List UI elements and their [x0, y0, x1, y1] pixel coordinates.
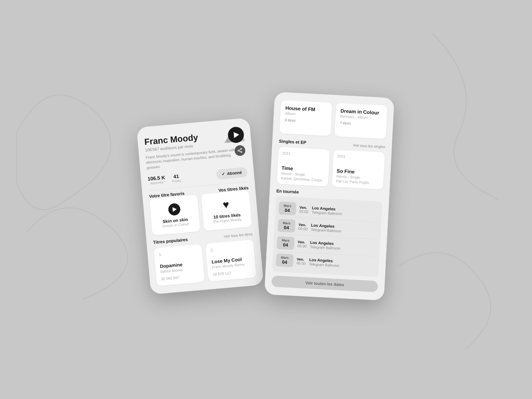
- share-icon: [237, 148, 243, 153]
- tracks-label: Pistes: [172, 179, 181, 183]
- tour-venue-col-2: Los Angeles Telegram Ballroom: [311, 223, 378, 235]
- tour-day-2: 04: [281, 225, 292, 231]
- single-year-2: 2021: [337, 154, 381, 160]
- left-phone: Franc Moody 106'567 auditeurs par mois F…: [136, 118, 264, 295]
- tour-month-1: Mars: [282, 204, 293, 208]
- card-play-button[interactable]: [168, 203, 181, 216]
- track-number-2: 2.: [210, 245, 249, 253]
- single-year-1: 2021: [282, 151, 326, 157]
- tour-month-3: Mars: [280, 238, 291, 243]
- tour-time-col-1: Ven. 05:00: [299, 205, 309, 213]
- tour-day-4: 04: [279, 259, 290, 265]
- album-tracks-1: 8 titres: [285, 118, 327, 124]
- heart-icon: ♥: [222, 198, 230, 211]
- tour-day-1: 04: [282, 207, 293, 213]
- followers-label: Abonnés: [150, 180, 163, 185]
- tour-time-col-3: Ven. 05:00: [297, 240, 307, 248]
- track-card-2[interactable]: 2. Lose My Cool Franc Moody Remix 18 829…: [205, 239, 256, 281]
- album-card-2[interactable]: Dream in Colour Remixes - Album 7 titres: [334, 103, 387, 139]
- voir-dates-button[interactable]: Voir toutes les dates: [271, 275, 378, 292]
- stat-tracks: 41 Pistes: [172, 173, 182, 183]
- tour-time-col-2: Ven. 05:00: [298, 222, 308, 231]
- liked-tracks-card[interactable]: ♥ 10 titres likés Par Franc Moody: [201, 190, 252, 231]
- tour-time-3: 05:00: [297, 244, 307, 248]
- svg-line-6: [239, 151, 241, 152]
- favorite-track-card[interactable]: Skin on skin Dream in Colour: [149, 195, 200, 235]
- tour-time-col-4: Ven. 05:00: [297, 257, 306, 265]
- tour-date-box-4: Mars 04: [276, 253, 294, 267]
- subscribe-label: Abonné: [227, 170, 242, 176]
- tour-time-4: 05:00: [297, 261, 306, 265]
- artist-header: Franc Moody 106'567 auditeurs par mois F…: [144, 126, 246, 171]
- track-card-1[interactable]: 1. Dopamine Dance Moves 30 092 687: [154, 244, 204, 286]
- right-phone: House of FM Album 8 titres Dream in Colo…: [264, 92, 394, 301]
- tracks-value: 41: [173, 173, 179, 179]
- voir-singles-link[interactable]: Voir tous les singles: [353, 143, 385, 149]
- tour-month-4: Mars: [279, 255, 290, 260]
- album-card-1[interactable]: House of FM Album 8 titres: [279, 100, 332, 136]
- tour-date-box-3: Mars 04: [277, 236, 295, 250]
- tour-events-container: Mars 04 Ven. 05:00 Los Angeles Telegram …: [272, 196, 382, 277]
- single-card-1[interactable]: 2021 Time Remix - Single Kartell, Qendre…: [277, 147, 330, 187]
- track-plays-1: 30 092 687: [161, 274, 200, 281]
- play-icon: [233, 132, 239, 138]
- card-play-icon: [173, 207, 177, 212]
- tour-venue-col-3: Los Angeles Telegram Ballroom: [310, 240, 377, 252]
- popular-section-title: Titres populaires: [153, 237, 188, 245]
- subscribe-button[interactable]: ✓ Abonné: [216, 167, 248, 180]
- svg-line-7: [239, 149, 241, 150]
- single-card-2[interactable]: 2021 So Fine Remix - Single Pat Loi, Par…: [332, 150, 385, 190]
- tour-day-3: 04: [280, 242, 291, 248]
- stat-followers: 106.5 K Abonnés: [147, 175, 166, 185]
- voir-tous-link[interactable]: Voir tous les titres: [224, 232, 253, 238]
- svg-point-5: [241, 151, 242, 153]
- tour-venue-col-4: Los Angeles Telegram Ballroom: [309, 257, 376, 269]
- tracks-row: 1. Dopamine Dance Moves 30 092 687 2. Lo…: [154, 239, 256, 286]
- tour-time-2: 05:00: [298, 226, 308, 231]
- track-plays-2: 18 829 122: [212, 269, 251, 276]
- check-icon: ✓: [221, 172, 225, 177]
- singles-cards-row: 2021 Time Remix - Single Kartell, Qendre…: [277, 147, 385, 190]
- singles-section-title: Singles et EP: [279, 139, 307, 145]
- album-tracks-2: 7 titres: [340, 121, 382, 127]
- tour-section: En tournée Mars 04 Ven. 05:00 Los Angele…: [271, 189, 383, 292]
- tour-time-1: 05:00: [299, 209, 309, 213]
- tour-month-2: Mars: [281, 221, 292, 225]
- tour-date-box-1: Mars 04: [278, 201, 296, 215]
- album-cards-row: House of FM Album 8 titres Dream in Colo…: [279, 100, 387, 139]
- tour-venue-col-1: Los Angeles Telegram Ballroom: [312, 205, 379, 217]
- tour-date-box-2: Mars 04: [278, 219, 296, 233]
- track-number-1: 1.: [159, 249, 198, 257]
